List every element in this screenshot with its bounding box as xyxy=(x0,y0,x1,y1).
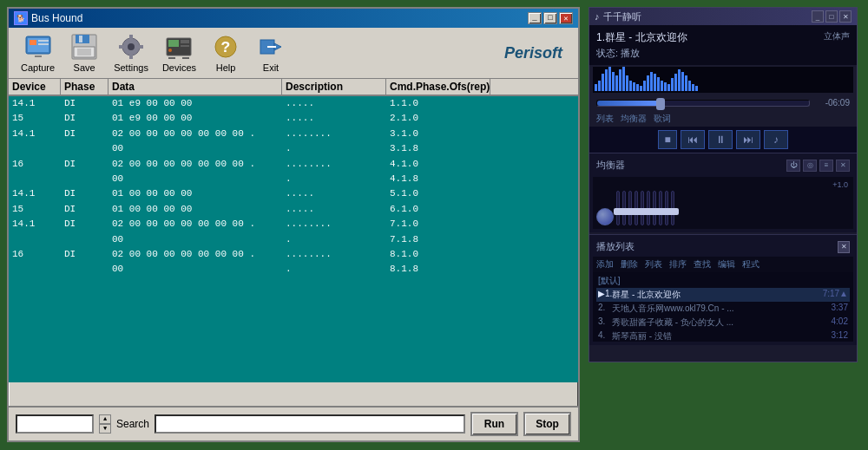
playlist-menu-item[interactable]: 程式 xyxy=(742,258,760,271)
mp-app-icon: ♪ xyxy=(595,11,600,22)
mp-minimize-button[interactable]: _ xyxy=(812,10,824,23)
mp-progress-area: -06:09 xyxy=(589,95,857,111)
table-row[interactable]: 14.1 DI 02 00 00 00 00 00 00 00 . ......… xyxy=(9,127,578,141)
cell-desc: ........ xyxy=(282,127,386,141)
exit-button[interactable]: Exit xyxy=(250,31,292,75)
eq-knob[interactable] xyxy=(596,208,614,225)
eq-close-button[interactable]: ✕ xyxy=(836,160,850,172)
table-row[interactable]: 00 . 8.1.8 xyxy=(9,262,578,277)
minimize-button[interactable]: _ xyxy=(528,12,542,24)
eq-preset-button[interactable]: ◎ xyxy=(803,160,817,172)
progress-track[interactable] xyxy=(596,100,810,107)
mp-tab-lyrics[interactable]: 歌词 xyxy=(654,113,671,125)
devices-button[interactable]: Devices xyxy=(157,31,201,75)
spin-up-button[interactable]: ▲ xyxy=(99,414,111,424)
cell-phase: DI xyxy=(61,202,108,217)
progress-handle[interactable] xyxy=(656,98,665,110)
maximize-button[interactable]: □ xyxy=(543,12,557,24)
playlist-item[interactable]: 2. 天地人音乐网www.okl79.Cn - ... 3:37 xyxy=(596,302,850,316)
settings-button[interactable]: Settings xyxy=(108,31,154,75)
mp-tab-list[interactable]: 列表 xyxy=(596,113,614,125)
playlist-item-duration: 3:37 xyxy=(818,303,848,315)
run-button[interactable]: Run xyxy=(470,412,518,436)
cell-device: 15 xyxy=(9,111,61,126)
table-row[interactable]: 14.1 DI 01 e9 00 00 00 ..... 1.1.0 xyxy=(9,96,578,111)
title-bar: 🐕 Bus Hound _ □ ✕ xyxy=(9,9,578,28)
cell-device: 14.1 xyxy=(9,127,61,141)
mp-song-title: 1.群星 - 北京欢迎你 xyxy=(596,30,850,45)
mp-tab-row: 列表 均衡器 歌词 xyxy=(589,111,857,127)
eq-handle-10[interactable] xyxy=(668,208,679,215)
mp-play-pause-button[interactable]: ⏸ xyxy=(708,130,733,149)
playlist-close-button[interactable]: ✕ xyxy=(838,241,850,253)
table-row[interactable]: 16 DI 02 00 00 00 00 00 00 00 . ........… xyxy=(9,157,578,172)
playlist-menu-item[interactable]: 编辑 xyxy=(718,258,735,271)
mp-prev-button[interactable]: ⏮ xyxy=(681,130,705,149)
mp-stop-button[interactable]: ■ xyxy=(658,130,677,149)
offset-input[interactable] xyxy=(16,414,94,434)
cell-data: 01 e9 00 00 00 xyxy=(108,111,282,126)
progress-fill xyxy=(597,101,661,106)
eq-menu-button[interactable]: ≡ xyxy=(819,160,833,172)
mp-close-button[interactable]: ✕ xyxy=(839,10,852,23)
cell-data: 02 00 00 00 00 00 00 00 . xyxy=(108,127,282,141)
table-row[interactable]: 16 DI 02 00 00 00 00 00 00 00 . ........… xyxy=(9,247,578,262)
vis-bar xyxy=(633,82,635,91)
cell-phase xyxy=(61,141,108,156)
table-row[interactable]: 00 . 4.1.8 xyxy=(9,172,578,186)
eq-body: +1.0 xyxy=(593,177,853,229)
playlist-item-num: ▶1. xyxy=(598,289,612,301)
app-icon: 🐕 xyxy=(14,11,28,25)
cell-desc: ........ xyxy=(282,157,386,172)
cell-device xyxy=(9,172,61,186)
playlist-title: 播放列表 xyxy=(596,240,635,253)
playlist-menu-item[interactable]: 列表 xyxy=(645,258,662,271)
capture-button[interactable]: Capture xyxy=(16,31,60,75)
mp-tab-equalizer[interactable]: 均衡器 xyxy=(621,113,647,125)
mp-window-controls: _ □ ✕ xyxy=(812,10,852,23)
eq-controls: ⏻ ◎ ≡ ✕ xyxy=(786,160,850,172)
playlist-item[interactable]: 3. 秀歌甜酱子收藏 - 负心的女人 ... 4:02 xyxy=(596,316,850,329)
table-row[interactable]: 15 DI 01 e9 00 00 00 ..... 2.1.0 xyxy=(9,111,578,126)
vis-bar xyxy=(647,75,649,91)
mp-music-button[interactable]: ♪ xyxy=(764,130,788,149)
playlist-menu-item[interactable]: 添加 xyxy=(596,258,614,271)
search-input[interactable] xyxy=(155,414,465,434)
perisoft-logo: Perisoft xyxy=(504,44,571,62)
close-button[interactable]: ✕ xyxy=(559,12,573,24)
spin-down-button[interactable]: ▼ xyxy=(99,424,111,434)
search-label: Search xyxy=(116,418,149,430)
mp-next-button[interactable]: ⏭ xyxy=(736,130,760,149)
save-button[interactable]: Save xyxy=(63,31,105,75)
svg-rect-3 xyxy=(38,40,49,42)
table-row[interactable]: 14.1 DI 02 00 00 00 00 00 00 00 . ......… xyxy=(9,217,578,232)
table-row[interactable]: 14.1 DI 01 00 00 00 00 ..... 5.1.0 xyxy=(9,186,578,201)
mp-stereo: 立体声 xyxy=(824,30,850,42)
playlist-menu-item[interactable]: 查找 xyxy=(694,258,711,271)
stop-button[interactable]: Stop xyxy=(523,412,571,436)
eq-power-button[interactable]: ⏻ xyxy=(786,160,800,172)
vis-bar xyxy=(685,75,687,91)
table-row[interactable]: 15 DI 01 00 00 00 00 ..... 6.1.0 xyxy=(9,202,578,217)
mp-maximize-button[interactable]: □ xyxy=(825,10,838,23)
vis-bar xyxy=(657,77,660,91)
exit-icon xyxy=(257,33,285,61)
vis-bar xyxy=(681,72,684,91)
svg-point-12 xyxy=(128,43,135,50)
svg-rect-8 xyxy=(79,36,82,42)
playlist-menu-item[interactable]: 删除 xyxy=(621,258,638,271)
playlist-item[interactable]: ▶1. 群星 - 北京欢迎你 7:17▲ xyxy=(596,288,850,302)
svg-rect-14 xyxy=(129,54,133,59)
playlist-item[interactable]: 4. 斯琴高丽 - 没错 3:12 xyxy=(596,329,850,342)
playlist-menu-item[interactable]: 排序 xyxy=(669,258,687,271)
playlist-item-duration: 4:02 xyxy=(818,316,848,329)
table-row[interactable]: 00 . 3.1.8 xyxy=(9,141,578,156)
mp-time: -06:09 xyxy=(815,98,850,108)
cell-device xyxy=(9,141,61,156)
table-row[interactable]: 00 . 7.1.8 xyxy=(9,232,578,247)
playlist-items: [默认] ▶1. 群星 - 北京欢迎你 7:17▲ 2. 天地人音乐网www.o… xyxy=(593,272,853,342)
help-button[interactable]: ? Help xyxy=(205,31,247,75)
eq-track-10[interactable] xyxy=(671,191,674,225)
vis-bar xyxy=(688,81,691,91)
svg-rect-20 xyxy=(181,45,189,47)
